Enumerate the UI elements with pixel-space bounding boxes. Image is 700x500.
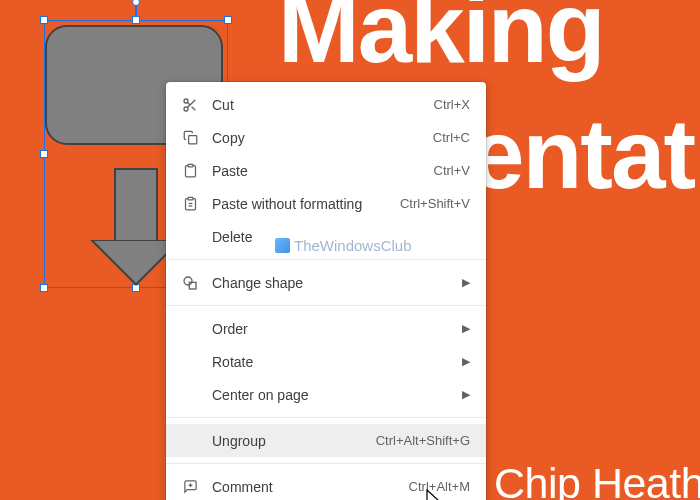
shapes-icon <box>180 273 200 293</box>
svg-rect-6 <box>188 164 193 167</box>
resize-handle-w[interactable] <box>40 150 48 158</box>
slide-title-line1: Making <box>278 0 604 85</box>
submenu-arrow-icon: ▶ <box>462 276 470 289</box>
menu-center[interactable]: Center on page ▶ <box>166 378 486 411</box>
menu-cut-shortcut: Ctrl+X <box>434 97 470 112</box>
empty-icon <box>180 352 200 372</box>
clipboard-icon <box>180 161 200 181</box>
menu-order[interactable]: Order ▶ <box>166 312 486 345</box>
watermark-text: TheWindowsClub <box>294 237 412 254</box>
menu-ungroup[interactable]: Ungroup Ctrl+Alt+Shift+G <box>166 424 486 457</box>
menu-center-label: Center on page <box>212 387 454 403</box>
menu-copy-shortcut: Ctrl+C <box>433 130 470 145</box>
empty-icon <box>180 319 200 339</box>
submenu-arrow-icon: ▶ <box>462 322 470 335</box>
menu-comment-label: Comment <box>212 479 409 495</box>
svg-rect-7 <box>188 197 193 200</box>
menu-change-shape[interactable]: Change shape ▶ <box>166 266 486 299</box>
menu-divider <box>166 305 486 306</box>
menu-rotate[interactable]: Rotate ▶ <box>166 345 486 378</box>
mouse-cursor-icon <box>424 489 444 500</box>
menu-copy-label: Copy <box>212 130 433 146</box>
menu-paste-no-format-label: Paste without formatting <box>212 196 400 212</box>
menu-paste-no-format-shortcut: Ctrl+Shift+V <box>400 196 470 211</box>
menu-paste-no-format[interactable]: Paste without formatting Ctrl+Shift+V <box>166 187 486 220</box>
resize-handle-nw[interactable] <box>40 16 48 24</box>
empty-icon <box>180 431 200 451</box>
comment-icon <box>180 477 200 497</box>
menu-cut[interactable]: Cut Ctrl+X <box>166 88 486 121</box>
menu-order-label: Order <box>212 321 454 337</box>
scissors-icon <box>180 95 200 115</box>
menu-paste-label: Paste <box>212 163 434 179</box>
context-menu: Cut Ctrl+X Copy Ctrl+C Paste Ctrl+V Past… <box>166 82 486 500</box>
svg-rect-5 <box>188 136 196 144</box>
svg-line-3 <box>192 106 196 110</box>
slide-title-line2-partial: entati <box>470 98 700 211</box>
slide-author-partial: Chip Heath <box>494 459 700 500</box>
resize-handle-n[interactable] <box>132 16 140 24</box>
menu-ungroup-shortcut: Ctrl+Alt+Shift+G <box>376 433 470 448</box>
menu-copy[interactable]: Copy Ctrl+C <box>166 121 486 154</box>
copy-icon <box>180 128 200 148</box>
menu-divider <box>166 259 486 260</box>
svg-point-0 <box>184 99 188 103</box>
svg-point-1 <box>184 107 188 111</box>
menu-ungroup-label: Ungroup <box>212 433 376 449</box>
empty-icon <box>180 385 200 405</box>
svg-point-10 <box>184 277 192 285</box>
menu-divider <box>166 417 486 418</box>
menu-paste-shortcut: Ctrl+V <box>434 163 470 178</box>
svg-rect-11 <box>189 282 196 289</box>
empty-icon <box>180 227 200 247</box>
submenu-arrow-icon: ▶ <box>462 388 470 401</box>
resize-handle-sw[interactable] <box>40 284 48 292</box>
submenu-arrow-icon: ▶ <box>462 355 470 368</box>
watermark-logo-icon <box>275 238 290 253</box>
clipboard-plain-icon <box>180 194 200 214</box>
menu-cut-label: Cut <box>212 97 434 113</box>
watermark: TheWindowsClub <box>275 237 412 254</box>
menu-change-shape-label: Change shape <box>212 275 454 291</box>
menu-divider <box>166 463 486 464</box>
svg-line-4 <box>187 102 190 105</box>
rotation-handle[interactable] <box>132 0 140 6</box>
menu-paste[interactable]: Paste Ctrl+V <box>166 154 486 187</box>
resize-handle-ne[interactable] <box>224 16 232 24</box>
menu-rotate-label: Rotate <box>212 354 454 370</box>
